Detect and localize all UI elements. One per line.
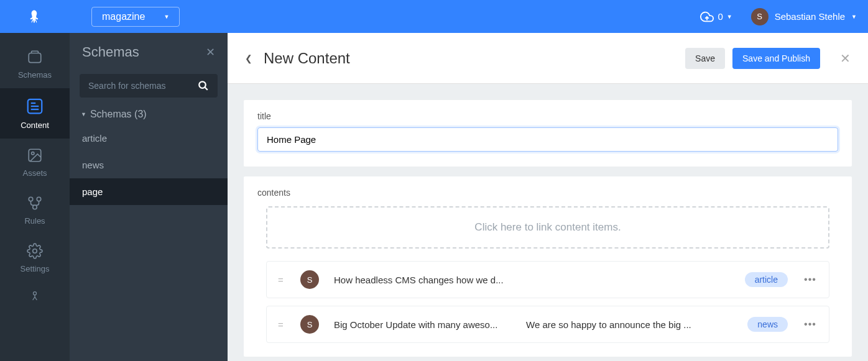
- row-menu-icon[interactable]: •••: [803, 319, 818, 330]
- nav-label: Assets: [22, 168, 47, 178]
- svg-point-12: [199, 81, 206, 88]
- caret-down-icon: ▼: [851, 14, 857, 20]
- linked-content-row[interactable]: = S How headless CMS changes how we d...…: [266, 261, 829, 298]
- svg-point-7: [29, 197, 33, 201]
- contents-card: contents Click here to link content item…: [244, 176, 852, 357]
- row-menu-icon[interactable]: •••: [803, 274, 818, 285]
- nav-rules[interactable]: Rules: [0, 186, 70, 234]
- nav-schemas[interactable]: Schemas: [0, 40, 70, 88]
- search-icon: [198, 80, 209, 91]
- topbar: magazine ▼ 0 ▼ S Sebastian Stehle ▼: [0, 0, 868, 33]
- drag-handle-icon[interactable]: =: [278, 275, 285, 285]
- row-desc: We are so happy to announce the big ...: [526, 319, 732, 330]
- back-arrow-icon[interactable]: ❮: [245, 53, 252, 63]
- row-avatar: S: [300, 270, 319, 289]
- schema-item-news[interactable]: news: [70, 152, 228, 178]
- schema-item-article[interactable]: article: [70, 125, 228, 152]
- nav-content[interactable]: Content: [0, 88, 70, 139]
- schemas-icon: [25, 49, 44, 65]
- main-content: ❮ New Content Save Save and Publish ✕ ti…: [228, 33, 868, 361]
- user-avatar: S: [751, 8, 769, 25]
- squid-logo-icon: [27, 9, 43, 25]
- content-icon: [25, 97, 44, 116]
- svg-point-9: [33, 205, 37, 209]
- content-header: ❮ New Content Save Save and Publish ✕: [228, 33, 868, 84]
- nav-settings[interactable]: Settings: [0, 234, 70, 282]
- schemas-panel-title: Schemas: [82, 44, 139, 60]
- save-button[interactable]: Save: [685, 48, 725, 69]
- row-avatar: S: [300, 315, 319, 334]
- close-icon[interactable]: ✕: [840, 51, 851, 66]
- nav-label: Settings: [21, 264, 50, 273]
- nav-more[interactable]: [0, 282, 70, 312]
- linked-content-row[interactable]: = S Big October Update with many aweso..…: [266, 306, 829, 343]
- schema-item-page[interactable]: page: [70, 178, 228, 205]
- svg-rect-0: [29, 53, 41, 63]
- link-content-dropzone[interactable]: Click here to link content items.: [266, 206, 829, 249]
- icon-sidebar: Schemas Content Assets Rules Settings: [0, 33, 70, 361]
- app-name: magazine: [102, 11, 145, 22]
- assets-icon: [25, 147, 44, 163]
- schemas-group-label: Schemas (3): [90, 109, 147, 120]
- schemas-search-input[interactable]: [88, 81, 198, 91]
- schema-tag: article: [745, 272, 788, 287]
- row-title: How headless CMS changes how we d...: [334, 275, 511, 285]
- schemas-search[interactable]: [80, 74, 218, 98]
- page-title: New Content: [264, 50, 685, 67]
- row-title: Big October Update with many aweso...: [334, 319, 511, 330]
- nav-label: Schemas: [18, 70, 52, 80]
- schemas-panel: Schemas ✕ ▼ Schemas (3) article news pag…: [70, 33, 228, 361]
- caret-down-icon: ▼: [727, 14, 732, 20]
- cloud-count: 0: [718, 11, 723, 22]
- close-icon[interactable]: ✕: [206, 45, 215, 59]
- schema-tag: news: [747, 317, 788, 332]
- svg-point-11: [34, 292, 37, 295]
- settings-icon: [25, 243, 44, 259]
- user-menu[interactable]: S Sebastian Stehle ▼: [751, 8, 857, 25]
- nav-label: Content: [21, 121, 49, 130]
- nav-label: Rules: [24, 216, 45, 226]
- contents-label: contents: [257, 188, 838, 198]
- title-input[interactable]: [257, 127, 838, 152]
- more-icon: [25, 291, 44, 303]
- logo[interactable]: [0, 0, 70, 33]
- cloud-sync-icon: [700, 10, 714, 24]
- svg-point-6: [32, 152, 34, 155]
- rules-icon: [25, 195, 44, 211]
- cloud-status[interactable]: 0 ▼: [700, 10, 732, 24]
- title-card: title: [244, 100, 852, 167]
- app-selector[interactable]: magazine ▼: [91, 7, 180, 27]
- nav-assets[interactable]: Assets: [0, 139, 70, 186]
- svg-point-8: [37, 197, 41, 201]
- caret-down-icon: ▼: [81, 111, 86, 117]
- svg-point-10: [33, 249, 37, 254]
- save-publish-button[interactable]: Save and Publish: [732, 48, 820, 69]
- drag-handle-icon[interactable]: =: [278, 319, 285, 330]
- title-label: title: [257, 111, 838, 121]
- caret-down-icon: ▼: [164, 14, 169, 20]
- user-name: Sebastian Stehle: [775, 11, 845, 22]
- svg-line-13: [205, 87, 208, 90]
- schemas-group-toggle[interactable]: ▼ Schemas (3): [70, 109, 228, 125]
